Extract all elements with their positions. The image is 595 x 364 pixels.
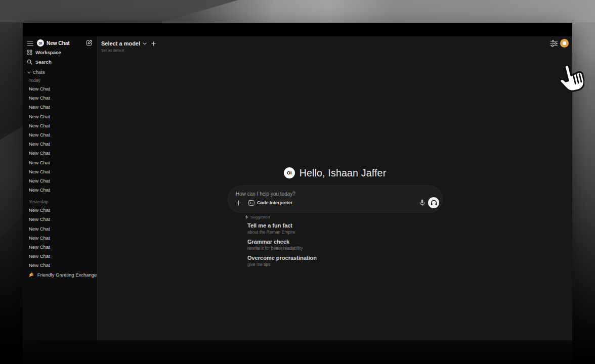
- chat-item-label: Friendly Greeting Exchange: [37, 272, 97, 278]
- workspace-label: Workspace: [35, 50, 61, 55]
- sidebar-chat-item[interactable]: New Chat: [23, 130, 97, 140]
- sidebar-chat-item[interactable]: New Chat: [23, 121, 97, 130]
- chat-item-label: New Chat: [29, 263, 50, 268]
- chat-controls-icon[interactable]: [550, 40, 558, 47]
- sidebar-chat-item[interactable]: New Chat: [23, 158, 97, 167]
- chat-item-label: New Chat: [29, 235, 50, 241]
- code-interpreter-label: Code Interpreter: [257, 200, 292, 205]
- suggested-prompt-subtitle: rewrite it for better readability: [247, 246, 317, 251]
- greeting-text: Hello, Ishaan Jaffer: [300, 167, 387, 179]
- greeting-row: OI Hello, Ishaan Jaffer: [98, 167, 572, 178]
- message-input-placeholder: How can I help you today?: [236, 191, 295, 197]
- chat-item-label: New Chat: [29, 169, 50, 174]
- app-window: OI New Chat Workspace Search Chats: [23, 23, 572, 340]
- avatar-glyph: [563, 41, 566, 45]
- chats-section-header[interactable]: Chats: [27, 69, 45, 75]
- wave-emoji: [29, 272, 34, 277]
- chat-group-label-yesterday: Yesterday: [29, 199, 97, 204]
- headphones-icon: [431, 200, 437, 206]
- suggested-label: Suggested: [250, 215, 270, 219]
- chat-item-label: New Chat: [29, 187, 50, 193]
- chat-group-label-today: Today: [29, 78, 97, 83]
- search-label: Search: [35, 59, 52, 65]
- main-area: Select a model Set as default OI Hello, …: [98, 36, 572, 340]
- chats-section-label: Chats: [33, 70, 45, 75]
- app-logo-large: OI: [284, 167, 295, 178]
- model-chevron-down-icon[interactable]: [143, 42, 147, 45]
- sidebar-chat-item[interactable]: New Chat: [23, 252, 97, 261]
- suggested-prompt[interactable]: Tell me a fun fact about the Roman Empir…: [247, 222, 317, 235]
- chat-item-label: New Chat: [29, 142, 50, 147]
- sidebar-chat-item[interactable]: New Chat: [23, 224, 97, 234]
- suggested-prompt-title: Overcome procrastination: [247, 255, 317, 261]
- bolt-icon: [245, 215, 248, 219]
- suggested-prompt-subtitle: give me tips: [247, 262, 317, 267]
- user-avatar[interactable]: [560, 39, 569, 48]
- chat-item-label: New Chat: [29, 254, 50, 259]
- sidebar-chat-item[interactable]: New Chat: [23, 140, 97, 149]
- sidebar-chat-item[interactable]: New Chat: [23, 167, 97, 176]
- sidebar-chat-item[interactable]: New Chat: [23, 149, 97, 158]
- message-input[interactable]: How can I help you today? Code Interpret…: [228, 186, 443, 213]
- suggested-prompt-title: Grammar check: [247, 239, 317, 245]
- wallpaper-right-band: [572, 22, 595, 364]
- chat-item-label: New Chat: [29, 160, 50, 165]
- sidebar: OI New Chat Workspace Search Chats: [23, 36, 98, 340]
- sidebar-chat-item[interactable]: New Chat: [23, 206, 97, 215]
- chat-item-label: New Chat: [29, 132, 50, 138]
- sidebar-chat-item[interactable]: New Chat: [23, 94, 97, 103]
- chat-item-label: New Chat: [29, 178, 50, 184]
- new-chat-icon[interactable]: [86, 39, 93, 46]
- suggested-list: Tell me a fun fact about the Roman Empir…: [247, 222, 317, 267]
- chat-item-label: New Chat: [29, 226, 50, 232]
- set-as-default-link[interactable]: Set as default: [101, 48, 124, 53]
- chat-group-today: New Chat New Chat New Chat New Chat New …: [23, 84, 97, 195]
- sidebar-chat-item[interactable]: New Chat: [23, 176, 97, 186]
- sidebar-chat-item[interactable]: New Chat: [23, 261, 97, 270]
- model-selector[interactable]: Select a model: [101, 40, 140, 47]
- suggested-prompt[interactable]: Grammar check rewrite it for better read…: [247, 239, 317, 251]
- suggested-prompt-title: Tell me a fun fact: [247, 222, 317, 229]
- sidebar-chat-item[interactable]: New Chat: [23, 243, 97, 252]
- microphone-icon[interactable]: [419, 199, 425, 207]
- code-interpreter-toggle[interactable]: Code Interpreter: [248, 200, 292, 206]
- sidebar-chat-item[interactable]: New Chat: [23, 84, 97, 94]
- sidebar-chat-item[interactable]: New Chat: [23, 215, 97, 224]
- sidebar-toggle-icon[interactable]: [27, 40, 33, 46]
- search-icon: [27, 59, 32, 65]
- chat-item-label: New Chat: [29, 114, 50, 119]
- chevron-down-icon: [27, 71, 31, 74]
- code-interpreter-icon: [248, 200, 254, 206]
- chat-item-label: New Chat: [29, 86, 50, 92]
- sidebar-new-chat-title[interactable]: New Chat: [47, 40, 70, 46]
- chat-item-label: New Chat: [29, 96, 50, 101]
- chat-item-label: New Chat: [29, 123, 50, 128]
- screenshot-stage: OI New Chat Workspace Search Chats: [0, 0, 595, 364]
- suggested-section: Suggested Tell me a fun fact about the R…: [245, 214, 317, 271]
- chat-item-label: New Chat: [29, 208, 50, 213]
- attach-icon[interactable]: [236, 200, 241, 206]
- chat-group-yesterday: New Chat New Chat New Chat New Chat New …: [23, 206, 97, 270]
- sidebar-item-search[interactable]: Search: [23, 58, 97, 66]
- sidebar-chat-item[interactable]: New Chat: [23, 112, 97, 121]
- sidebar-chat-item-named[interactable]: Friendly Greeting Exchange: [23, 270, 97, 280]
- chat-item-label: New Chat: [29, 244, 50, 250]
- sidebar-item-workspace[interactable]: Workspace: [23, 49, 97, 56]
- sidebar-chat-item[interactable]: New Chat: [23, 234, 97, 243]
- app-logo: OI: [37, 39, 44, 47]
- chat-history-list: Today New Chat New Chat New Chat New Cha…: [23, 77, 97, 340]
- sidebar-chat-item[interactable]: New Chat: [23, 103, 97, 112]
- suggested-prompt[interactable]: Overcome procrastination give me tips: [247, 255, 317, 267]
- window-titlebar: [23, 23, 572, 36]
- suggested-prompt-subtitle: about the Roman Empire: [247, 230, 317, 235]
- chat-item-label: New Chat: [29, 105, 50, 110]
- add-model-icon[interactable]: [151, 41, 156, 46]
- chat-item-label: New Chat: [29, 217, 50, 222]
- sidebar-chat-item[interactable]: New Chat: [23, 186, 97, 195]
- workspace-grid-icon: [27, 50, 32, 55]
- chat-item-label: New Chat: [29, 151, 50, 156]
- wallpaper-bottom-band: [23, 340, 572, 364]
- voice-call-button[interactable]: [428, 197, 439, 208]
